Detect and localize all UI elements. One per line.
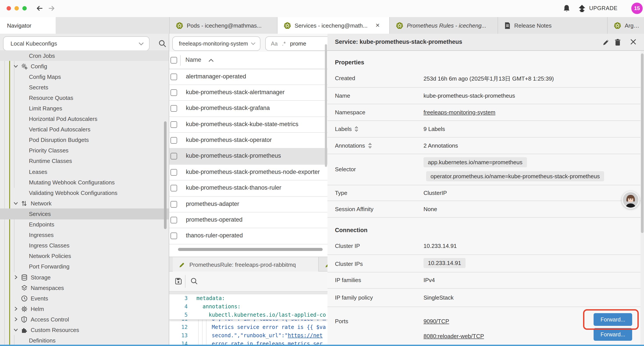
sidebar-item-leases[interactable]: Leases: [0, 166, 169, 177]
table-row[interactable]: prometheus-adapter: [169, 196, 328, 212]
chevron-right-icon[interactable]: [13, 317, 18, 322]
chevron-right-icon[interactable]: [13, 275, 18, 280]
sidebar-item-storage[interactable]: Storage: [0, 272, 169, 283]
sidebar-item-priority-classes[interactable]: Priority Classes: [0, 145, 169, 156]
row-checkbox[interactable]: [170, 217, 177, 223]
tab-pods[interactable]: Pods - icecheng@mathmas...: [169, 17, 277, 34]
tab-argo[interactable]: Argo Se: [607, 17, 644, 34]
forward-button-8080[interactable]: Forward...: [594, 328, 632, 341]
sidebar-item-ingresses[interactable]: Ingresses: [0, 230, 169, 240]
tab-release-notes[interactable]: Release Notes: [498, 17, 607, 34]
table-row[interactable]: kube-prometheus-stack-thanos-ruler: [169, 180, 328, 196]
table-row[interactable]: kube-prometheus-stack-prometheus-node-ex…: [169, 165, 328, 181]
name-column-header[interactable]: Name: [186, 56, 201, 63]
row-checkbox[interactable]: [170, 185, 177, 191]
sidebar-item-helm[interactable]: Helm: [0, 304, 169, 314]
select-all-checkbox[interactable]: [170, 57, 177, 63]
port-link-9090[interactable]: 9090/TCP: [424, 318, 449, 325]
upgrade-label[interactable]: UPGRADE: [589, 5, 618, 11]
table-row[interactable]: kube-prometheus-stack-grafana: [169, 101, 328, 117]
row-checkbox[interactable]: [170, 233, 177, 239]
chevron-down-icon[interactable]: [13, 201, 18, 206]
tab-navigator[interactable]: Navigator: [0, 17, 56, 34]
forward-arrow-icon[interactable]: [48, 4, 56, 12]
sidebar-item-custom-resources[interactable]: Custom Resources: [0, 325, 169, 335]
table-row[interactable]: prometheus-operated: [169, 212, 328, 228]
row-checkbox[interactable]: [170, 137, 177, 144]
sidebar-item-namespaces[interactable]: Namespaces: [0, 283, 169, 293]
sidebar-item-services[interactable]: Services: [0, 209, 169, 219]
sidebar-item-network[interactable]: Network: [0, 198, 169, 209]
selector-chip[interactable]: operator.prometheus.io/name=kube-prometh…: [426, 171, 604, 181]
sidebar-item-resource-quotas[interactable]: Resource Quotas: [0, 93, 169, 103]
sidebar-item-access-control[interactable]: Access Control: [0, 314, 169, 325]
row-checkbox[interactable]: [170, 121, 177, 128]
dock-tab-prometheusrule[interactable]: PrometheusRule: freeleaps-prod-rabbitmq: [173, 257, 319, 272]
notification-count-badge[interactable]: 15: [631, 3, 643, 14]
sidebar-item-config[interactable]: Config: [0, 61, 169, 71]
table-scrollbar[interactable]: [325, 44, 327, 167]
close-tab-icon[interactable]: ✕: [376, 22, 380, 28]
selector-chip[interactable]: app.kubernetes.io/name=prometheus: [424, 157, 527, 167]
row-checkbox[interactable]: [170, 201, 177, 207]
row-checkbox[interactable]: [170, 89, 177, 96]
sidebar-item-events[interactable]: Events: [0, 293, 169, 304]
close-window-button[interactable]: [6, 6, 11, 10]
delete-trash-icon[interactable]: [614, 38, 622, 46]
horizontal-scrollbar[interactable]: [178, 248, 323, 251]
sidebar-item-config-maps[interactable]: Config Maps: [0, 71, 169, 82]
chevron-right-icon[interactable]: [13, 306, 18, 312]
table-row[interactable]: kube-prometheus-stack-operator: [169, 133, 328, 149]
match-case-toggle[interactable]: Aa: [271, 40, 278, 47]
editor-link[interactable]: https://net: [288, 333, 323, 339]
sidebar-item-mutating-webhook-configurations[interactable]: Mutating Webhook Configurations: [0, 177, 169, 187]
row-checkbox[interactable]: [170, 73, 177, 80]
tab-services[interactable]: Services - icecheng@math... ✕: [277, 17, 389, 34]
close-panel-icon[interactable]: [630, 38, 638, 46]
navigator-scrollbar[interactable]: [164, 121, 166, 229]
editor-search-icon[interactable]: [190, 277, 198, 285]
back-arrow-icon[interactable]: [36, 4, 44, 12]
details-scrollbar-thumb[interactable]: [641, 53, 644, 233]
table-row[interactable]: alertmanager-operated: [169, 69, 328, 85]
row-checkbox[interactable]: [170, 105, 177, 112]
sort-ascending-icon[interactable]: [208, 59, 214, 62]
chevron-down-icon[interactable]: [13, 327, 18, 333]
sidebar-item-ingress-classes[interactable]: Ingress Classes: [0, 240, 169, 251]
sidebar-item-cron-jobs[interactable]: Cron Jobs: [0, 50, 169, 61]
minimize-window-button[interactable]: [14, 6, 19, 10]
row-checkbox[interactable]: [170, 169, 177, 176]
labels-value[interactable]: 9 Labels: [424, 126, 445, 132]
regex-toggle[interactable]: .*: [282, 40, 286, 47]
table-row[interactable]: kube-prometheus-stack-kube-state-metrics: [169, 117, 328, 133]
kubeconfig-selector[interactable]: Local Kubeconfigs: [3, 36, 150, 51]
sidebar-item-runtime-classes[interactable]: Runtime Classes: [0, 156, 169, 166]
sidebar-item-port-forwarding[interactable]: Port Forwarding: [0, 262, 169, 272]
labels-label[interactable]: Labels: [335, 126, 359, 132]
chevron-down-icon[interactable]: [13, 63, 18, 69]
sidebar-item-secrets[interactable]: Secrets: [0, 82, 169, 93]
sidebar-item-network-policies[interactable]: Network Policies: [0, 251, 169, 262]
namespace-selector[interactable]: freeleaps-monitoring-system: [172, 36, 260, 51]
search-input[interactable]: Aa .* prome: [265, 36, 328, 51]
save-icon[interactable]: [174, 277, 182, 285]
edit-pencil-icon[interactable]: [602, 38, 610, 46]
sidebar-item-definitions[interactable]: Definitions: [0, 335, 169, 345]
table-row[interactable]: kube-prometheus-stack-alertmanager: [169, 85, 328, 101]
avatar[interactable]: [622, 191, 640, 209]
sidebar-item-endpoints[interactable]: Endpoints: [0, 219, 169, 230]
namespace-link[interactable]: freeleaps-monitoring-system: [424, 109, 496, 116]
yaml-editor[interactable]: 11 0","for":"1m","labels":{"service":"m …: [169, 294, 328, 345]
table-row[interactable]: kube-prometheus-stack-prometheus: [169, 149, 328, 165]
annotations-value[interactable]: 2 Annotations: [424, 142, 458, 149]
dock-tab-next[interactable]: [319, 257, 328, 272]
tab-prometheus-rules[interactable]: Prometheus Rules - icecheng...: [389, 17, 498, 34]
sidebar-item-pod-disruption-budgets[interactable]: Pod Disruption Budgets: [0, 135, 169, 145]
port-link-8080[interactable]: 8080:reloader-web/TCP: [424, 333, 484, 340]
annotations-label[interactable]: Annotations: [335, 142, 372, 149]
cluster-ips-chip[interactable]: 10.233.14.91: [424, 258, 466, 268]
upgrade-icon[interactable]: [578, 4, 586, 13]
sidebar-item-horizontal-pod-autoscalers[interactable]: Horizontal Pod Autoscalers: [0, 114, 169, 124]
table-row[interactable]: thanos-ruler-operated: [169, 228, 328, 244]
sidebar-item-limit-ranges[interactable]: Limit Ranges: [0, 103, 169, 114]
